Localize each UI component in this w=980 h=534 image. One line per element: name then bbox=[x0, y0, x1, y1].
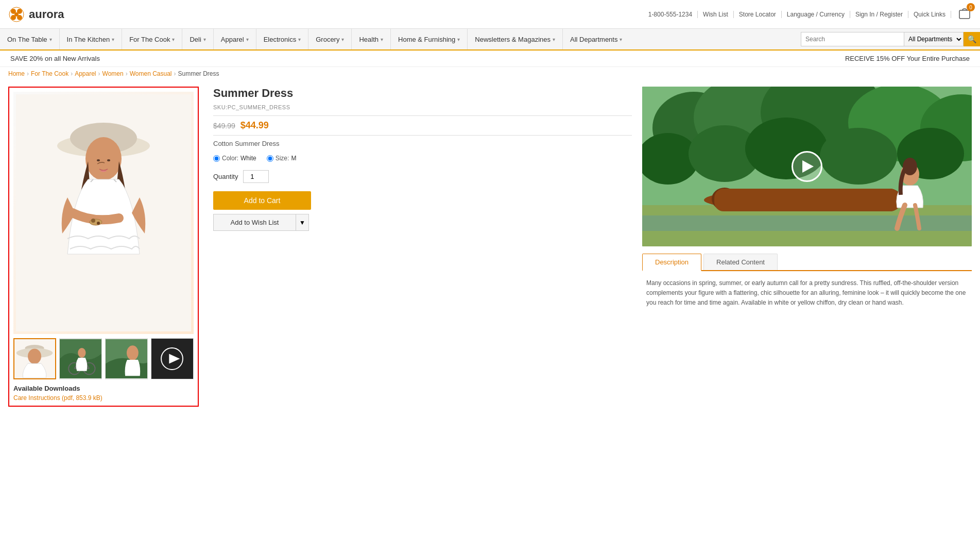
size-radio[interactable] bbox=[267, 155, 273, 162]
signin-link[interactable]: Sign In / Register bbox=[850, 11, 908, 18]
breadcrumb-apparel[interactable]: Apparel bbox=[75, 70, 96, 77]
nav-newsletters[interactable]: Newsletters & Magazines bbox=[468, 29, 563, 49]
original-price: $49.99 bbox=[213, 122, 235, 130]
logo-text: aurora bbox=[29, 8, 64, 21]
quantity-input[interactable] bbox=[243, 170, 269, 183]
nav-deli[interactable]: Deli bbox=[182, 29, 213, 49]
thumbnail-video[interactable] bbox=[151, 338, 194, 379]
size-label: Size: bbox=[276, 155, 289, 162]
promo-save-highlight: SAVE 20% bbox=[10, 55, 43, 62]
size-value: M bbox=[291, 155, 296, 162]
promo-save-suffix: on all New Arrivals bbox=[45, 55, 100, 62]
download-care-instructions[interactable]: Care Instructions (pdf, 853.9 kB) bbox=[13, 394, 194, 402]
top-bar: aurora 1-800-555-1234 Wish List Store Lo… bbox=[0, 0, 980, 29]
nav-all-departments[interactable]: All Departments bbox=[563, 29, 629, 49]
product-sku: SKU:PC_SUMMER_DRESS bbox=[213, 104, 632, 110]
color-label: Color: bbox=[222, 155, 238, 162]
search-input[interactable] bbox=[801, 32, 904, 46]
tab-description-content: Many occasions in spring, summer, or ear… bbox=[642, 271, 972, 315]
svg-rect-6 bbox=[959, 10, 970, 19]
add-to-cart-button[interactable]: Add to Cart bbox=[213, 191, 311, 210]
product-title: Summer Dress bbox=[213, 87, 632, 100]
cart-icon[interactable]: 0 bbox=[957, 6, 972, 22]
svg-point-14 bbox=[91, 219, 95, 223]
product-description: Cotton Summer Dress bbox=[213, 140, 632, 147]
add-to-wishlist-button[interactable]: Add to Wish List bbox=[213, 214, 296, 231]
nav-search: All Departments 🔍 bbox=[801, 29, 980, 49]
cart-badge: 0 bbox=[967, 3, 975, 11]
nav-electronics[interactable]: Electronics bbox=[256, 29, 309, 49]
store-locator-link[interactable]: Store Locator bbox=[734, 11, 782, 18]
color-option: Color: White bbox=[213, 155, 256, 162]
thumbnail-3[interactable] bbox=[105, 338, 148, 379]
play-arrow-icon bbox=[802, 160, 814, 173]
breadcrumb-for-the-cook[interactable]: For The Cook bbox=[31, 70, 68, 77]
thumbnail-1[interactable] bbox=[13, 338, 56, 379]
downloads-title: Available Downloads bbox=[13, 385, 80, 392]
wishlist-link[interactable]: Wish List bbox=[698, 11, 734, 18]
promo-right: RECEIVE 15% OFF Your Entire Purchase bbox=[845, 55, 970, 62]
product-tabs: Description Related Content bbox=[642, 254, 972, 271]
svg-rect-50 bbox=[714, 189, 900, 211]
thumbnail-2[interactable] bbox=[59, 338, 102, 379]
logo[interactable]: aurora bbox=[8, 6, 64, 23]
video-container[interactable]: White Summer Dress bbox=[642, 87, 972, 246]
quantity-row: Quantity bbox=[213, 170, 632, 183]
breadcrumb-women-casual[interactable]: Women Casual bbox=[130, 70, 172, 77]
video-play-button[interactable] bbox=[792, 151, 822, 182]
nav-in-the-kitchen[interactable]: In The Kitchen bbox=[60, 29, 123, 49]
search-button[interactable]: 🔍 bbox=[964, 32, 980, 46]
product-image-svg bbox=[16, 94, 191, 331]
color-value: White bbox=[240, 155, 256, 162]
language-currency-link[interactable]: Language / Currency bbox=[782, 11, 850, 18]
tab-description[interactable]: Description bbox=[642, 254, 701, 271]
breadcrumb-home[interactable]: Home bbox=[8, 70, 25, 77]
options-row: Color: White Size: M bbox=[213, 155, 632, 162]
breadcrumb-current: Summer Dress bbox=[178, 70, 219, 77]
breadcrumb: Home › For The Cook › Apparel › Women › … bbox=[0, 67, 980, 80]
product-info: Summer Dress SKU:PC_SUMMER_DRESS $49.99 … bbox=[209, 87, 632, 407]
price-row: $49.99 $44.99 bbox=[213, 120, 632, 131]
product-thumbnails bbox=[13, 338, 194, 379]
svg-point-17 bbox=[107, 159, 110, 161]
tab-related-content[interactable]: Related Content bbox=[703, 254, 778, 270]
top-links: 1-800-555-1234 Wish List Store Locator L… bbox=[643, 6, 972, 22]
nav-for-the-cook[interactable]: For The Cook bbox=[122, 29, 182, 49]
svg-point-43 bbox=[820, 128, 897, 185]
left-panel: Available Downloads Care Instructions (p… bbox=[8, 87, 199, 407]
nav-on-the-table[interactable]: On The Table bbox=[0, 29, 60, 49]
quantity-label: Quantity bbox=[213, 173, 238, 180]
svg-point-16 bbox=[97, 159, 100, 161]
svg-point-21 bbox=[28, 348, 41, 364]
promo-receive-suffix: Your Entire Purchase bbox=[907, 55, 970, 62]
desc-divider bbox=[213, 135, 632, 136]
svg-point-10 bbox=[85, 137, 122, 180]
promo-bar: SAVE 20% on all New Arrivals RECEIVE 15%… bbox=[0, 51, 980, 67]
size-option: Size: M bbox=[267, 155, 297, 162]
nav-apparel[interactable]: Apparel bbox=[214, 29, 256, 49]
wishlist-dropdown-button[interactable]: ▼ bbox=[296, 214, 309, 231]
nav-home-furnishing[interactable]: Home & Furnishing bbox=[391, 29, 468, 49]
logo-icon bbox=[8, 6, 25, 23]
nav-bar: On The Table In The Kitchen For The Cook… bbox=[0, 29, 980, 51]
color-radio[interactable] bbox=[213, 155, 220, 162]
phone-number: 1-800-555-1234 bbox=[643, 11, 698, 18]
available-downloads-section: Available Downloads bbox=[13, 385, 194, 392]
nav-health[interactable]: Health bbox=[352, 29, 391, 49]
quick-links-link[interactable]: Quick Links bbox=[908, 11, 951, 18]
product-main-image[interactable] bbox=[13, 92, 194, 334]
svg-point-28 bbox=[78, 348, 85, 358]
svg-point-5 bbox=[14, 12, 19, 16]
nav-grocery[interactable]: Grocery bbox=[308, 29, 352, 49]
svg-rect-46 bbox=[642, 215, 972, 231]
breadcrumb-women[interactable]: Women bbox=[102, 70, 124, 77]
promo-left: SAVE 20% on all New Arrivals bbox=[10, 55, 100, 62]
search-department-select[interactable]: All Departments bbox=[904, 32, 964, 46]
svg-point-30 bbox=[127, 345, 139, 360]
svg-point-15 bbox=[97, 222, 100, 225]
right-panel: White Summer Dress bbox=[642, 87, 972, 407]
wishlist-row: Add to Wish List ▼ bbox=[213, 214, 632, 231]
main-content: Available Downloads Care Instructions (p… bbox=[0, 80, 980, 413]
sale-price: $44.99 bbox=[240, 120, 269, 131]
promo-receive-highlight: RECEIVE 15% OFF bbox=[845, 55, 905, 62]
